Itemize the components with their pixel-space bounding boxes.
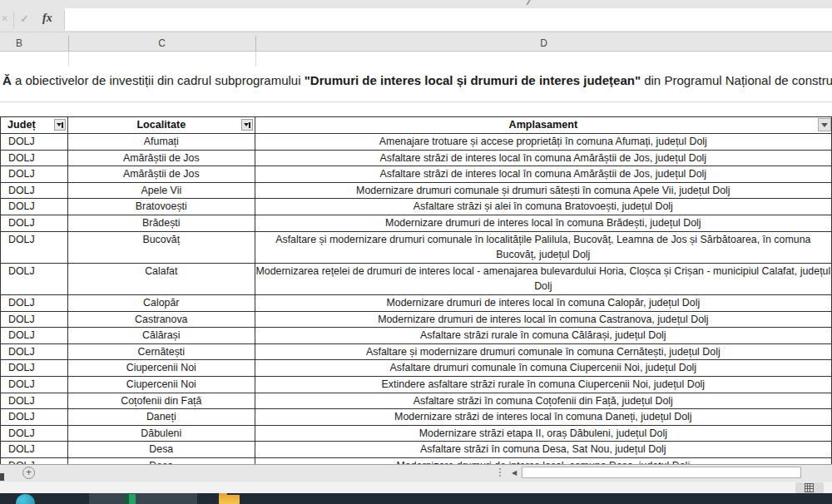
ribbon-bottom-edge	[0, 0, 832, 8]
insert-function-icon[interactable]: fx	[42, 12, 52, 25]
cell-judet[interactable]: DOLJ	[1, 344, 68, 360]
table-row: DOLJ Ciupercenii Noi Asfaltare drumuri c…	[1, 360, 832, 377]
cell-localitate[interactable]: Dăbuleni	[68, 426, 255, 442]
table-row: DOLJ Calopăr Modernizare drumuri de inte…	[1, 295, 832, 312]
cell-localitate[interactable]: Daneți	[68, 409, 255, 425]
column-header-strip: B C D	[0, 36, 832, 52]
header-judet[interactable]: Județ	[1, 117, 68, 133]
cell-amplasament[interactable]: Asfaltare și modernizare drumuri comunal…	[255, 344, 832, 360]
cell-judet[interactable]: DOLJ	[1, 426, 68, 442]
cell-localitate[interactable]: Ciupercenii Noi	[68, 377, 255, 393]
table-header-row: Județ Localitate Amplasament	[1, 117, 832, 134]
scroll-left-arrow[interactable]: ◀	[509, 467, 519, 478]
cell-localitate[interactable]: Calopăr	[68, 295, 255, 311]
table-row: DOLJ Apele Vii Modernizare drumuri comun…	[1, 183, 832, 200]
cell-amplasament[interactable]: Modernizare străzi de interes local în c…	[255, 409, 832, 425]
grid-view-icon	[805, 483, 814, 492]
browser-icon[interactable]	[16, 494, 35, 504]
pencil-icon	[519, 0, 530, 5]
sheet-title-lead: Ă	[2, 73, 12, 87]
cell-localitate[interactable]: Desa	[68, 442, 255, 457]
cell-judet[interactable]: DOLJ	[1, 328, 68, 343]
cell-localitate[interactable]: Brădești	[68, 215, 255, 231]
column-header-d[interactable]: D	[255, 36, 832, 52]
sheet-tab-bar: + ◀	[0, 464, 832, 481]
formula-bar: ✕ ✓ fx	[0, 8, 832, 32]
cell-localitate[interactable]: Castranova	[68, 312, 255, 328]
header-amplasament[interactable]: Amplasament	[255, 117, 832, 133]
status-bar	[0, 481, 832, 493]
table-row: DOLJ Coțofenii din Față Asfaltare străzi…	[1, 393, 832, 410]
cell-judet[interactable]: DOLJ	[1, 232, 68, 263]
new-sheet-button[interactable]: +	[22, 467, 35, 479]
cell-amplasament[interactable]: Modernizare străzi etapa II, oraș Dăbule…	[255, 426, 832, 442]
normal-view-button[interactable]	[795, 482, 824, 493]
cell-judet[interactable]: DOLJ	[1, 409, 68, 425]
cell-amplasament[interactable]: Asfaltare și modernizare drumuri comunal…	[255, 232, 832, 263]
cell-amplasament[interactable]: Asfaltare drumuri comunale în comuna Ciu…	[255, 360, 832, 376]
cell-localitate[interactable]: Cernătești	[68, 344, 255, 360]
sheet-grid: Ă a obiectivelor de investiții din cadru…	[0, 52, 832, 464]
cell-judet[interactable]: DOLJ	[1, 215, 68, 231]
cell-localitate[interactable]: Călărași	[68, 328, 255, 343]
cell-amplasament[interactable]: Asfaltare străzi de interes local în com…	[255, 151, 832, 166]
table-row: DOLJ Călărași Asfaltare străzi rurale în…	[1, 328, 832, 344]
cell-amplasament[interactable]: Modernizare drumuri de interes local în …	[255, 295, 832, 311]
cell-judet[interactable]: DOLJ	[1, 199, 68, 215]
excel-taskbar-button[interactable]	[89, 493, 197, 504]
cell-amplasament[interactable]: Amenajare trotuare și accese proprietăți…	[255, 134, 832, 150]
file-explorer-icon[interactable]	[219, 495, 240, 504]
cell-amplasament[interactable]: Modernizare drumuri de interes local în …	[255, 312, 832, 328]
cell-localitate[interactable]: Amărăștii de Jos	[68, 166, 255, 182]
cell-localitate[interactable]: Apele Vii	[68, 183, 255, 199]
table-row: DOLJ Cernătești Asfaltare și modernizare…	[1, 344, 832, 361]
cell-amplasament[interactable]: Asfaltare străzi rurale în comuna Călăra…	[255, 328, 832, 343]
cell-amplasament[interactable]: Asfaltare străzi în comuna Coțofenii din…	[255, 393, 832, 409]
cell-judet[interactable]: DOLJ	[1, 442, 68, 457]
cell-amplasament[interactable]: Modernizare drumuri de interes local, co…	[255, 458, 832, 464]
cell-amplasament[interactable]: Modernizare drumuri de interes local în …	[255, 215, 832, 231]
cell-judet[interactable]: DOLJ	[1, 166, 68, 182]
tab-splitter-handle[interactable]	[499, 468, 502, 478]
column-header-c[interactable]: C	[68, 36, 256, 52]
cell-judet[interactable]: DOLJ	[1, 312, 68, 328]
cell-judet[interactable]: DOLJ	[1, 458, 68, 464]
sheet-tab-stub[interactable]	[0, 473, 4, 481]
cell-localitate[interactable]: Calafat	[68, 264, 255, 294]
cell-judet[interactable]: DOLJ	[1, 393, 68, 409]
filter-icon-stem	[62, 122, 63, 128]
enter-icon[interactable]: ✓	[20, 12, 29, 25]
cell-amplasament[interactable]: Modernizarea rețelei de drumuri de inter…	[255, 264, 832, 294]
cell-judet[interactable]: DOLJ	[1, 151, 68, 166]
cell-judet[interactable]: DOLJ	[1, 134, 68, 150]
cell-judet[interactable]: DOLJ	[1, 295, 68, 311]
data-table: Județ Localitate Amplasament DOLJ Afumaț…	[0, 116, 832, 464]
filter-button-amplasament[interactable]	[818, 118, 831, 131]
cell-amplasament[interactable]: Asfaltare străzi de interes local în com…	[255, 166, 832, 182]
formula-input[interactable]	[65, 8, 832, 32]
column-header-b[interactable]: B	[0, 36, 69, 52]
filter-button-localitate[interactable]	[241, 119, 253, 131]
cell-judet[interactable]: DOLJ	[1, 360, 68, 376]
windows-taskbar	[0, 493, 832, 504]
cancel-icon[interactable]: ✕	[1, 13, 8, 24]
cell-localitate[interactable]: Amărăștii de Jos	[68, 151, 255, 166]
cell-amplasament[interactable]: Modernizare drumuri comunale și drumuri …	[255, 183, 832, 199]
table-row: DOLJ Brădești Modernizare drumuri de int…	[1, 215, 832, 232]
cell-localitate[interactable]: Bucovăț	[68, 232, 255, 263]
filter-icon	[244, 123, 249, 126]
cell-amplasament[interactable]: Asfaltare străzi în comuna Desa, Sat Nou…	[255, 442, 832, 457]
cell-localitate[interactable]: Desa	[68, 458, 255, 464]
cell-judet[interactable]: DOLJ	[1, 183, 68, 199]
header-localitate[interactable]: Localitate	[68, 117, 255, 133]
cell-amplasament[interactable]: Asfaltare străzi și alei în comuna Brato…	[255, 199, 832, 215]
filter-button-judet[interactable]	[54, 119, 66, 131]
horizontal-scrollbar-thumb[interactable]	[522, 467, 801, 478]
cell-localitate[interactable]: Ciupercenii Noi	[68, 360, 255, 376]
cell-localitate[interactable]: Coțofenii din Față	[68, 393, 255, 409]
cell-localitate[interactable]: Bratovoești	[68, 199, 255, 215]
cell-judet[interactable]: DOLJ	[1, 264, 68, 294]
cell-amplasament[interactable]: Extindere asfaltare străzi rurale în com…	[255, 377, 832, 393]
cell-judet[interactable]: DOLJ	[1, 377, 68, 393]
cell-localitate[interactable]: Afumați	[68, 134, 255, 150]
